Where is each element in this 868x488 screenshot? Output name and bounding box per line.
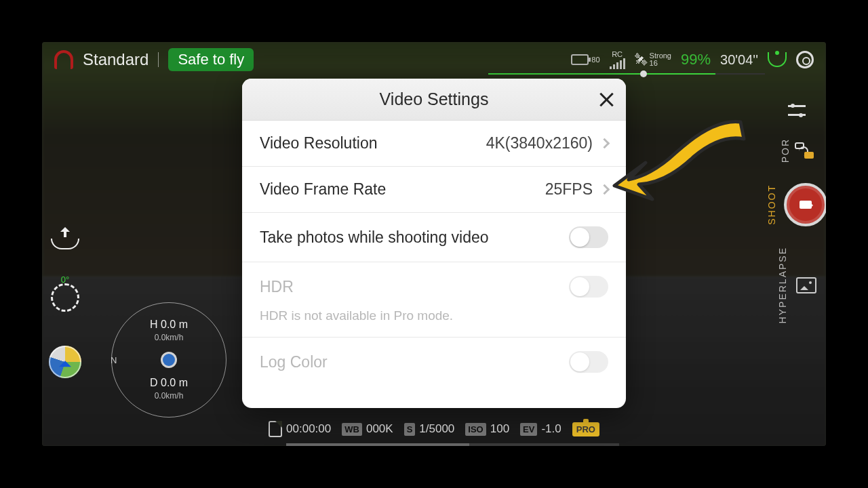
pro-mode-badge[interactable]: PRO [572, 422, 599, 436]
toggle-hdr [569, 276, 608, 298]
toggle-photos-while-video[interactable] [569, 226, 608, 248]
close-icon[interactable] [597, 91, 615, 108]
battery-icon [571, 54, 589, 65]
rc-signal-indicator: RC [610, 50, 625, 69]
row-log-color: Log Color [242, 338, 626, 386]
row-video-framerate[interactable]: Video Frame Rate 25FPS [242, 167, 626, 213]
camera-sliders-icon[interactable] [788, 103, 806, 118]
sd-rec-time: 00:00:00 [269, 421, 331, 437]
shutter-speed[interactable]: S1/5000 [404, 422, 455, 436]
sd-battery-indicator: 80 [571, 54, 599, 65]
mode-label-hyperlapse: HYPERLAPSE [777, 247, 788, 323]
hdr-subtext: HDR is not available in Pro mode. [260, 308, 608, 323]
sd-card-icon [269, 421, 282, 437]
row-video-resolution[interactable]: Video Resolution 4K(3840x2160) [242, 121, 626, 167]
map-thumbnail[interactable] [49, 346, 81, 378]
right-toolbar: POR SHOOT HYPERLAPSE [773, 103, 821, 324]
top-status-bar: Standard Safe to fly 80 RC 🛰 Strong16 99… [42, 42, 826, 77]
gimbal-heading-icon[interactable]: 0° [51, 283, 79, 312]
white-balance[interactable]: WB000K [342, 422, 393, 436]
camera-params-bar: 00:00:00 WB000K S1/5000 ISO100 EV-1.0 PR… [42, 412, 826, 446]
frequency-icon[interactable] [768, 52, 787, 67]
battery-percent: 99% [681, 51, 711, 68]
video-settings-modal: Video Settings Video Resolution 4K(3840x… [242, 79, 626, 408]
chevron-right-icon [599, 138, 610, 149]
params-scrollbar[interactable] [286, 443, 619, 446]
mode-label-shoot: SHOOT [766, 184, 777, 225]
distance-readout: D 0.0 m0.0km/h [112, 377, 226, 401]
modal-header: Video Settings [242, 79, 626, 121]
flight-status-pill[interactable]: Safe to fly [168, 48, 254, 71]
drone-app-screen: Standard Safe to fly 80 RC 🛰 Strong16 99… [42, 42, 826, 446]
toggle-log-color [569, 351, 608, 373]
brand-logo-icon [54, 50, 73, 69]
satellite-icon: 🛰 [635, 53, 647, 67]
gps-indicator: 🛰 Strong16 [635, 52, 671, 67]
north-mark: N [111, 355, 117, 365]
photo-video-switch-icon[interactable] [795, 142, 814, 159]
row-photos-while-video: Take photos while shooting video [242, 213, 626, 262]
video-camera-icon [800, 201, 812, 209]
signal-bars-icon [610, 58, 625, 69]
flight-mode-label[interactable]: Standard [83, 50, 149, 69]
settings-gear-icon[interactable] [796, 51, 814, 68]
modal-title: Video Settings [380, 89, 489, 109]
chevron-right-icon [599, 184, 610, 195]
left-toolbar: 0° [49, 225, 81, 378]
takeoff-icon[interactable] [51, 225, 79, 249]
ev-setting[interactable]: EV-1.0 [520, 422, 561, 436]
altitude-readout: H 0.0 m0.0km/h [112, 319, 226, 343]
drone-position-dot [163, 354, 175, 366]
row-hdr: HDR HDR is not available in Pro mode. [242, 262, 626, 338]
mode-label-por: POR [780, 138, 791, 163]
gallery-icon[interactable] [796, 277, 816, 293]
iso-setting[interactable]: ISO100 [465, 422, 509, 436]
remaining-flight-time: 30'04'' [720, 52, 758, 68]
telemetry-compass[interactable]: N H 0.0 m0.0km/h D 0.0 m0.0km/h [111, 302, 226, 418]
battery-timeline [488, 73, 765, 75]
record-button[interactable] [784, 183, 826, 226]
battery-timeline-marker [640, 70, 647, 77]
